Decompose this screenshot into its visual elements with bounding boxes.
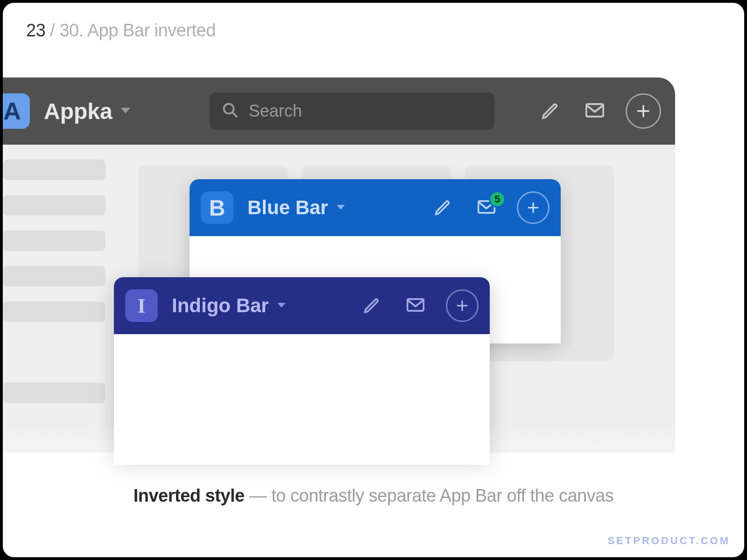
chevron-down-icon[interactable] xyxy=(121,108,130,114)
edit-button[interactable] xyxy=(358,292,385,319)
app-logo[interactable]: A xyxy=(3,93,30,129)
mail-icon xyxy=(407,298,424,313)
edit-button[interactable] xyxy=(429,194,456,221)
watermark: SETPRODUCT.COM xyxy=(607,535,730,547)
add-button[interactable] xyxy=(446,289,479,322)
app-title[interactable]: Appka xyxy=(44,98,113,124)
sidebar-placeholder xyxy=(3,301,106,322)
sidebar-placeholder xyxy=(3,266,106,287)
add-button[interactable] xyxy=(517,191,550,224)
notification-badge: 5 xyxy=(489,191,506,208)
app-logo[interactable]: B xyxy=(201,191,233,224)
sidebar-placeholder xyxy=(3,383,106,403)
pencil-icon xyxy=(363,297,381,315)
plus-icon xyxy=(455,299,469,313)
slide-counter: 23 / 30. App Bar inverted xyxy=(26,21,216,41)
slide-title: 30. App Bar inverted xyxy=(59,21,215,40)
sidebar-placeholder xyxy=(3,160,106,180)
caption-strong: Inverted style xyxy=(134,486,245,505)
app-title[interactable]: Blue Bar xyxy=(247,196,328,219)
sidebar-placeholder xyxy=(3,195,106,216)
app-title[interactable]: Indigo Bar xyxy=(172,294,269,317)
chevron-down-icon[interactable] xyxy=(277,303,286,308)
plus-icon xyxy=(635,103,651,119)
sidebar-placeholder xyxy=(3,231,106,251)
svg-line-1 xyxy=(233,112,237,117)
caption-rest: — to contrastly separate App Bar off the… xyxy=(245,486,614,505)
app-logo[interactable]: I xyxy=(125,289,158,322)
mail-button[interactable] xyxy=(402,294,429,318)
mail-icon xyxy=(585,103,604,119)
appbar-blue: B Blue Bar 5 xyxy=(190,179,561,236)
pencil-icon xyxy=(434,199,451,217)
appbar-dark: A Appka xyxy=(3,77,675,145)
caption: Inverted style — to contrastly separate … xyxy=(3,486,744,506)
edit-button[interactable] xyxy=(536,97,564,125)
plus-icon xyxy=(526,201,540,215)
appbar-indigo: I Indigo Bar xyxy=(114,277,490,334)
indigo-bar-window: I Indigo Bar xyxy=(114,277,490,465)
chevron-down-icon[interactable] xyxy=(337,205,345,210)
mail-button[interactable]: 5 xyxy=(473,196,500,220)
mail-button[interactable] xyxy=(581,98,609,124)
canvas-background: B Blue Bar 5 xyxy=(3,145,675,453)
svg-point-0 xyxy=(224,104,233,114)
search-box[interactable] xyxy=(210,92,494,130)
slide-number: 23 xyxy=(26,21,45,40)
add-button[interactable] xyxy=(626,93,661,129)
pencil-icon xyxy=(541,102,559,120)
search-icon xyxy=(222,102,239,120)
search-input[interactable] xyxy=(249,101,482,121)
